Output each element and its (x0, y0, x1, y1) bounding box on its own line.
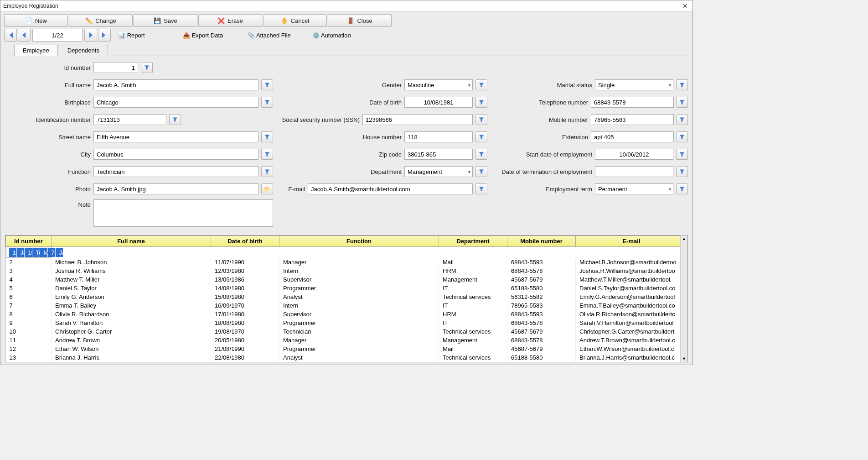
table-row[interactable]: 13Brianna J. Harris22/08/1980AnalystTech… (6, 353, 687, 362)
table-row[interactable]: 10Christopher G. Carter19/08/1970Technic… (6, 327, 687, 336)
label-marital: Marital status (492, 82, 592, 89)
street-input[interactable] (93, 131, 258, 142)
filter-id-number[interactable] (141, 62, 153, 73)
photo-input[interactable] (93, 183, 258, 194)
table-row[interactable]: 9Sarah V. Hamilton18/08/1980ProgrammerIT… (6, 319, 687, 327)
label-birthplace: Birthplace (9, 99, 91, 106)
browse-photo-button[interactable]: 📁 (261, 183, 273, 194)
filter-email[interactable] (475, 183, 487, 194)
nav-next-button[interactable] (84, 29, 97, 42)
email-input[interactable] (308, 183, 473, 194)
label-ident-number: Identification number (9, 116, 91, 123)
table-row[interactable]: 1Jacob A. Smith10/08/1981TechnicianManag… (6, 247, 52, 258)
new-button[interactable]: 📄 New (4, 14, 68, 27)
grid-header[interactable]: Department (439, 236, 507, 247)
automation-icon: ⚙️ (312, 31, 320, 39)
export-data-button[interactable]: 📤 Export Data (183, 31, 247, 39)
filter-ext[interactable] (677, 131, 688, 142)
nav-prev-button[interactable] (18, 29, 31, 42)
label-tel: Telephone number (492, 99, 588, 106)
table-row[interactable]: 5Daniel S. Taylor14/08/1980ProgrammerIT6… (6, 284, 687, 293)
zip-input[interactable] (404, 149, 473, 160)
table-row[interactable]: 8Olivia R. Richardson17/01/1980Superviso… (6, 310, 687, 319)
tab-employee[interactable]: Employee (14, 45, 58, 56)
marital-select[interactable]: Single (595, 79, 673, 90)
table-row[interactable]: 3Joshua R. Williams12/03/1980InternHRM68… (6, 267, 687, 275)
nav-first-button[interactable] (4, 29, 17, 42)
dob-input[interactable] (404, 97, 473, 108)
start-date-input[interactable] (595, 149, 673, 160)
report-button[interactable]: 📊 Report (118, 31, 182, 39)
filter-marital[interactable] (676, 79, 688, 90)
cancel-button[interactable]: ✋ Cancel (263, 14, 327, 27)
filter-street[interactable] (261, 131, 273, 142)
filter-ident-number[interactable] (169, 114, 181, 125)
filter-dob[interactable] (475, 97, 487, 108)
grid-header[interactable]: Id number (6, 236, 52, 247)
city-input[interactable] (93, 149, 258, 160)
filter-birthplace[interactable] (261, 97, 273, 108)
label-ssn: Social security number (SSN) (278, 116, 360, 123)
department-select[interactable]: Management (404, 166, 473, 177)
attached-file-button[interactable]: 📎 Attached File (248, 31, 311, 39)
filter-term-date[interactable] (676, 166, 688, 177)
erase-button[interactable]: ❌ Erase (198, 14, 262, 27)
tab-dependents[interactable]: Dependents (59, 45, 108, 56)
ext-input[interactable] (591, 131, 674, 142)
grid-header[interactable]: Date of birth (211, 236, 279, 247)
house-no-input[interactable] (404, 131, 473, 142)
filter-full-name[interactable] (261, 79, 273, 90)
ssn-input[interactable] (362, 114, 473, 125)
label-photo: Photo (9, 186, 91, 193)
table-row[interactable]: 6Emily G. Anderson15/08/1980AnalystTechn… (6, 293, 687, 301)
save-button[interactable]: 💾 Save (134, 14, 197, 27)
table-row[interactable]: 2Michael B. Johnson11/07/1990ManagerMail… (6, 258, 687, 267)
erase-icon: ❌ (217, 17, 225, 24)
filter-zip[interactable] (475, 149, 487, 160)
filter-emp-term[interactable] (676, 183, 688, 194)
note-textarea[interactable] (93, 199, 273, 227)
change-button[interactable]: ✏️ Change (69, 14, 133, 27)
close-button[interactable]: 🚪 Close (328, 14, 392, 27)
label-street: Street name (9, 134, 91, 141)
gender-select[interactable]: Masculine (404, 79, 473, 90)
edit-icon: ✏️ (85, 17, 93, 24)
grid-header[interactable]: Mobile number (507, 236, 576, 247)
label-id-number: Id number (9, 64, 91, 71)
form-col-2: Gender Masculine Date of birth Social se… (278, 59, 487, 227)
nav-last-button[interactable] (98, 29, 111, 42)
id-number-input[interactable] (93, 62, 138, 73)
term-date-input[interactable] (595, 166, 673, 177)
function-input[interactable] (93, 166, 258, 177)
filter-function[interactable] (261, 166, 273, 177)
filter-house-no[interactable] (475, 131, 487, 142)
grid-header[interactable]: Function (279, 236, 439, 247)
ident-number-input[interactable] (93, 114, 166, 125)
cancel-icon: ✋ (281, 17, 288, 24)
table-row[interactable]: 7Emma T. Bailey16/09/1970InternIT78965-5… (6, 301, 687, 310)
grid-header[interactable]: E-mail (576, 236, 687, 247)
filter-ssn[interactable] (475, 114, 487, 125)
automation-button[interactable]: ⚙️ Automation (312, 31, 376, 39)
scroll-up-icon[interactable]: ▲ (681, 235, 687, 242)
filter-mobile[interactable] (677, 114, 688, 125)
table-row[interactable]: 12Ethan W. Wilson21/08/1990ProgrammerMai… (6, 345, 687, 353)
filter-city[interactable] (261, 149, 273, 160)
grid-header[interactable]: Full name (52, 236, 211, 247)
label-note: Note (9, 199, 91, 208)
birthplace-input[interactable] (93, 97, 258, 108)
filter-department[interactable] (475, 166, 487, 177)
tel-input[interactable] (591, 97, 674, 108)
full-name-input[interactable] (93, 79, 258, 90)
grid-scrollbar[interactable]: ▲ ▼ (680, 235, 687, 362)
filter-start-date[interactable] (676, 149, 688, 160)
mobile-input[interactable] (591, 114, 674, 125)
filter-gender[interactable] (475, 79, 487, 90)
table-row[interactable]: 4Matthew T. Miller13/05/1986SupervisorMa… (6, 275, 687, 284)
table-row[interactable]: 11Andrew T. Brown20/05/1980ManagerManage… (6, 336, 687, 345)
filter-tel[interactable] (677, 97, 688, 108)
employee-grid[interactable]: Id numberFull nameDate of birthFunctionD… (5, 235, 688, 362)
emp-term-select[interactable]: Permanent (595, 183, 673, 194)
scroll-down-icon[interactable]: ▼ (681, 355, 687, 362)
close-icon[interactable]: ✕ (681, 2, 690, 10)
